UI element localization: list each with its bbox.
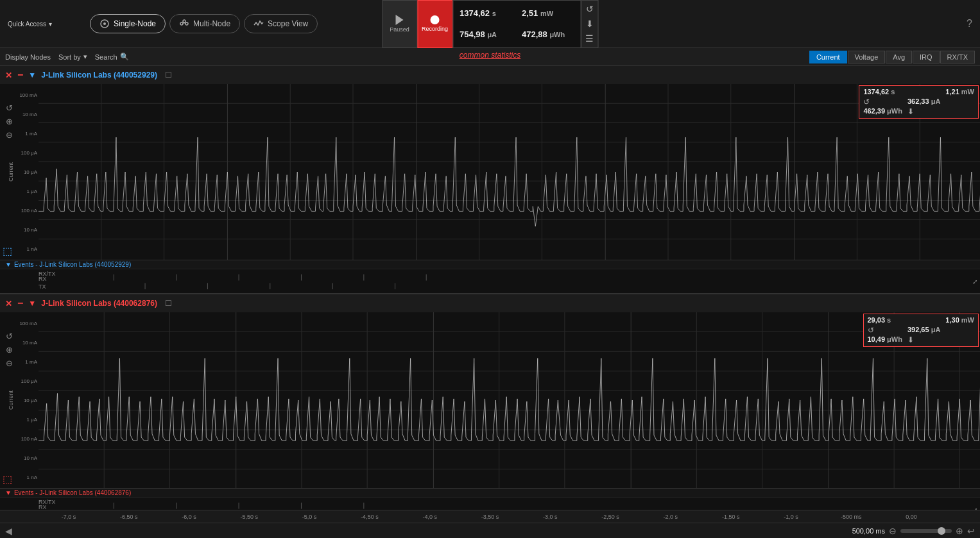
view-tab-avg[interactable]: Avg [886,51,912,63]
node1-history-icon[interactable]: ↺ [3,103,15,113]
quick-access-arrow: ▾ [49,21,52,28]
time-value: 1374,62 s [460,8,511,18]
node1-download-icon[interactable]: ⬇ [907,107,914,116]
node1-marker-icon[interactable]: ⬚ [3,245,12,257]
node2-download-icon[interactable]: ⬇ [907,335,914,344]
node1-zoom-out-icon[interactable]: ⊖ [3,130,15,140]
record-icon [431,15,440,24]
node2-events-label: Events - J-Link Silicon Labs (440062876) [14,489,131,496]
node1-close-x[interactable]: ✕ [5,71,12,80]
nav-tabs: Single-Node Multi-Node Scop [90,14,318,33]
node1-close-minus[interactable]: − [17,70,23,80]
node1-events-label: Events - J-Link Silicon Labs (440052929) [14,261,131,268]
zoom-plus-button[interactable]: ⊕ [956,526,963,536]
multi-node-icon [179,19,189,29]
sort-by-button[interactable]: Sort by ▾ [58,53,87,61]
time-tick-12: -1,50 s [701,514,761,520]
node1-time: 1374,62 s [863,88,902,97]
y2-label-1: 100 mA [18,321,37,326]
node1-rxtx-svg [51,269,914,293]
control-buttons: ↺ ⬇ ☰ [581,0,598,48]
tab-scope-view[interactable]: Scope View [244,14,318,33]
node1-waveform [39,84,980,260]
node1-rxtx-expand[interactable]: ⤢ [972,278,977,285]
node2-zoom-in-icon[interactable]: ⊕ [3,345,15,355]
time-tick-4: -5,50 s [219,514,279,520]
quick-access-button[interactable]: Quick Access ▾ [0,21,90,28]
time-tick-2: -6,50 s [99,514,159,520]
node1-energy: 462,39 μWh [863,107,902,116]
node2-power: 1,30 mW [945,316,974,325]
y1-label-3: 1 mA [18,131,37,137]
node2-stats: 29,03 s 1,30 mW ↺ 392,65 μA 10,49 μWh ⬇ [863,314,979,347]
time-tick-8: -3,50 s [460,514,520,520]
node1-name: J-Link Silicon Labs (440052929) [41,71,157,80]
search-icon: 🔍 [120,53,129,61]
sort-by-arrow: ▾ [83,53,87,61]
y2-label-2: 10 mA [18,340,37,346]
node2-history-icon[interactable]: ↺ [3,332,15,341]
svg-point-1 [103,22,106,25]
time-tick-15: 0,00 [881,514,941,520]
node2-time: 29,03 s [868,316,902,325]
node2-events-arrow[interactable]: ▼ [5,489,12,496]
node1-rx-label: RX [39,276,47,282]
node2-header: ✕ − ▼ J-Link Silicon Labs (440062876) ☐ [0,294,980,312]
center-controls: Paused Recording 1374,62 s 2,51 mW 754,9… [382,0,598,48]
node1-events-bar: ▼ Events - J-Link Silicon Labs (44005292… [0,260,980,269]
menu-icon[interactable]: ☰ [585,34,594,43]
tab-scope-view-label: Scope View [268,19,308,28]
node1-settings-icon[interactable]: ☐ [165,71,172,80]
node2-stats-row1-end: ↺ [868,326,902,335]
node1-reset-icon[interactable]: ↺ [863,97,870,106]
time-tick-5: -5,0 s [279,514,340,520]
nodes-container: ✕ − ▼ J-Link Silicon Labs (440052929) ☐ … [0,66,980,523]
y1-label-7: 100 nA [18,208,37,214]
time-tick-13: -1,0 s [761,514,821,520]
tab-multi-node[interactable]: Multi-Node [169,14,240,33]
node2-zoom-out-icon[interactable]: ⊖ [3,358,15,368]
time-tick-7: -4,0 s [400,514,460,520]
node2-marker-icon[interactable]: ⬚ [3,473,12,485]
bottom-bar: ◀ 500,00 ms ⊖ ⊕ ↩ [0,523,980,538]
view-tab-current[interactable]: Current [809,51,847,63]
save-icon[interactable]: ⬇ [586,19,594,28]
tab-single-node[interactable]: Single-Node [90,14,166,33]
search-button[interactable]: Search 🔍 [95,53,129,61]
scope-view-icon [254,19,264,29]
y1-label-6: 1 μA [18,189,37,194]
undo-button[interactable]: ↩ [967,526,975,536]
scroll-left-button[interactable]: ◀ [5,526,12,536]
help-button[interactable]: ? [967,18,972,29]
node1-events-arrow[interactable]: ▼ [5,261,12,268]
view-tab-rxtx[interactable]: RX/TX [940,51,975,63]
zoom-slider[interactable] [900,529,952,533]
common-stats-label: common statistics [460,51,520,60]
svg-point-3 [185,22,188,25]
node2-close-minus[interactable]: − [17,298,23,308]
undo-icon[interactable]: ↺ [586,4,594,13]
view-tab-irq[interactable]: IRQ [913,51,940,63]
view-tab-voltage[interactable]: Voltage [848,51,886,63]
node2-close-x[interactable]: ✕ [5,299,12,308]
play-button[interactable]: Paused [382,0,417,48]
y2-label-7: 100 nA [18,436,37,442]
record-button[interactable]: Recording [417,0,452,48]
time-tick-10: -2,50 s [580,514,640,520]
node2-settings-icon[interactable]: ☐ [165,299,172,308]
node1-zoom-in-icon[interactable]: ⊕ [3,117,15,126]
y2-label-9: 1 nA [18,475,37,480]
node2-reset-icon[interactable]: ↺ [868,326,874,335]
current-value: 754,98 μA [460,29,511,39]
node1-arrow[interactable]: ▼ [28,71,36,80]
search-label: Search [95,53,117,61]
node2-y-axis-label: Current [8,391,14,410]
node2-arrow[interactable]: ▼ [28,299,36,308]
node1-chart: ↺ ⊕ ⊖ Current 100 mA 10 mA 1 mA 100 μA 1… [0,84,980,260]
display-nodes-button[interactable]: Display Nodes [5,53,51,61]
zoom-minus-button[interactable]: ⊖ [889,526,897,536]
time-window-value: 500,00 ms [852,527,885,535]
node1-left-icons: ↺ ⊕ ⊖ [3,103,15,140]
node2-energy: 10,49 μWh [868,335,902,344]
view-tabs: Current Voltage Avg IRQ RX/TX [809,51,975,63]
